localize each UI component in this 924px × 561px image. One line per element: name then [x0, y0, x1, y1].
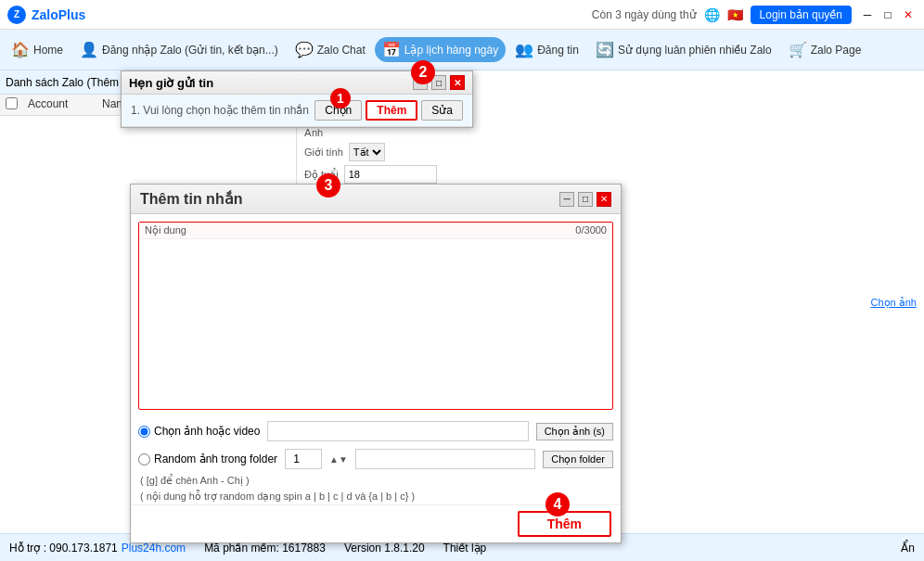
trial-text: Còn 3 ngày dùng thử — [592, 8, 697, 21]
globe-icon: 🌐 — [704, 7, 720, 22]
radio-chon-anh[interactable] — [138, 426, 150, 438]
badge-4: 4 — [545, 492, 570, 516]
anh-label: Ảnh — [304, 127, 323, 139]
chon-anh-link[interactable]: Chọn ảnh — [871, 297, 917, 308]
char-count: 0/3000 — [575, 224, 607, 236]
noi-dung-section: Nội dung 0/3000 — [138, 222, 613, 410]
radio-chon-anh-text: Chọn ảnh hoặc video — [154, 425, 260, 438]
close-button[interactable]: ✕ — [900, 6, 917, 23]
random-row: Random ảnh trong folder ▲▼ Chọn folder — [131, 445, 621, 473]
them-button-hen-gio[interactable]: Thêm — [366, 100, 417, 121]
nav-zalochat[interactable]: 💬 Zalo Chat — [288, 37, 373, 62]
nav-luanphien[interactable]: 🔄 Sử dụng luân phiên nhiều Zalo — [588, 37, 779, 62]
folder-path-input[interactable] — [355, 449, 535, 469]
wtn-window-controls: ─ □ ✕ — [559, 192, 611, 207]
hotro-text: Hỗ trợ : 090.173.1871 — [9, 542, 118, 555]
do-tuoi-input[interactable] — [344, 165, 437, 184]
col-account: Account — [26, 97, 100, 112]
home-icon: 🏠 — [11, 41, 30, 58]
bottom-row: 4 Thêm — [131, 504, 621, 542]
wtn-title-text: Thêm tin nhắn — [140, 190, 242, 208]
nav-zalochat-label: Zalo Chat — [317, 44, 366, 57]
window-hen-gio: 2 Hẹn giờ gửi tin ─ □ ✕ 1. Vui lòng chọn… — [121, 70, 473, 128]
badge-2: 2 — [411, 60, 435, 84]
nav-dangtin-label: Đăng tin — [537, 44, 579, 57]
step-hint: 1. Vui lòng chọn hoặc thêm tin nhắn — [131, 104, 309, 117]
nav-laplich[interactable]: 📅 Lập lịch hàng ngày — [375, 37, 506, 62]
filter-row-gioi-tinh: Giới tính Tất — [304, 143, 917, 161]
wtn-close[interactable]: ✕ — [597, 192, 611, 207]
nav-zalopage[interactable]: 🛒 Zalo Page — [781, 37, 869, 62]
nav-bar: 🏠 Home 👤 Đăng nhập Zalo (Gửi tin, kết bạ… — [0, 30, 924, 70]
anh-path-input[interactable] — [267, 421, 528, 441]
filter-row-anh: Ảnh — [304, 127, 917, 139]
nav-dangnhap[interactable]: 👤 Đăng nhập Zalo (Gửi tin, kết bạn...) — [72, 37, 286, 62]
wtn-minimize[interactable]: ─ — [559, 192, 574, 207]
window-them-tin-nhan: 3 Thêm tin nhắn ─ □ ✕ Nội dung 0/3000 — [130, 184, 622, 543]
calendar-icon: 📅 — [382, 41, 401, 58]
nav-laplich-label: Lập lịch hàng ngày — [404, 44, 498, 57]
noi-dung-textarea[interactable] — [139, 239, 612, 406]
nav-dangnhap-label: Đăng nhập Zalo (Gửi tin, kết bạn...) — [102, 44, 278, 57]
hint-row-1: ( [g] để chèn Anh - Chị ) — [131, 473, 621, 489]
an-text: Ẩn — [901, 542, 915, 555]
app-title: ZaloPlus — [32, 7, 85, 22]
main-area: Danh sách Zalo (Thêm ở tab bên cạnh) Tải… — [0, 70, 924, 533]
user-icon: 👤 — [80, 41, 98, 58]
login-button[interactable]: Login bản quyền — [751, 6, 852, 24]
wtn-titlebar: Thêm tin nhắn ─ □ ✕ — [131, 185, 621, 214]
hint-1-text: ( [g] để chèn Anh - Chị ) — [140, 475, 250, 486]
noi-dung-label: Nội dung — [145, 224, 186, 236]
media-row-anh: Chọn ảnh hoặc video Chọn ảnh (s) — [131, 417, 621, 445]
random-num-input[interactable] — [285, 449, 322, 469]
badge-1: 1 — [330, 88, 351, 108]
gioi-tinh-select[interactable]: Tất — [349, 143, 385, 161]
radio-random-label[interactable]: Random ảnh trong folder — [138, 453, 277, 465]
hint-2-text: ( nội dung hỗ trợ random dạng spin a | b… — [140, 491, 415, 502]
noi-dung-header: Nội dung 0/3000 — [139, 223, 612, 239]
radio-chon-anh-label[interactable]: Chọn ảnh hoặc video — [138, 425, 260, 438]
radio-random-text: Random ảnh trong folder — [154, 453, 277, 465]
hen-gio-close[interactable]: ✕ — [450, 75, 465, 90]
nav-dangtin[interactable]: 👥 Đăng tin — [507, 37, 586, 62]
minimize-button[interactable]: ─ — [859, 6, 876, 23]
app-logo: Z — [7, 6, 26, 24]
col-checkbox — [4, 97, 26, 112]
nav-luanphien-label: Sử dụng luân phiên nhiều Zalo — [618, 44, 772, 57]
rotate-icon: 🔄 — [596, 41, 614, 58]
chat-icon: 💬 — [295, 41, 314, 58]
radio-random[interactable] — [138, 453, 150, 465]
maximize-button[interactable]: □ — [879, 6, 896, 23]
nav-home-label: Home — [33, 44, 63, 57]
hen-gio-title: Hẹn giờ gửi tin — [129, 76, 213, 90]
them-bottom-button[interactable]: Thêm — [518, 511, 611, 537]
nav-zalopage-label: Zalo Page — [811, 44, 862, 57]
badge-3: 3 — [316, 173, 340, 198]
flag-icon: 🇻🇳 — [727, 7, 743, 22]
spin-arrows: ▲▼ — [329, 454, 348, 465]
chon-anh-s-button[interactable]: Chọn ảnh (s) — [536, 423, 613, 440]
gioi-tinh-label: Giới tính — [304, 147, 343, 159]
title-bar: Z ZaloPlus Còn 3 ngày dùng thử 🌐 🇻🇳 Logi… — [0, 0, 924, 30]
wtn-maximize[interactable]: □ — [578, 192, 593, 207]
group-icon: 👥 — [515, 41, 533, 58]
nav-home[interactable]: 🏠 Home — [4, 37, 71, 62]
an-item[interactable]: Ẩn — [901, 542, 915, 555]
select-all-checkbox[interactable] — [6, 97, 18, 109]
step-bar: 1. Vui lòng chọn hoặc thêm tin nhắn Chọn… — [122, 95, 472, 127]
filter-row-do-tuoi: Độ tuổi — [304, 165, 917, 184]
shop-icon: 🛒 — [789, 41, 807, 58]
sua-button-hen-gio[interactable]: Sửa — [421, 100, 463, 121]
chon-folder-button[interactable]: Chọn folder — [543, 451, 613, 468]
